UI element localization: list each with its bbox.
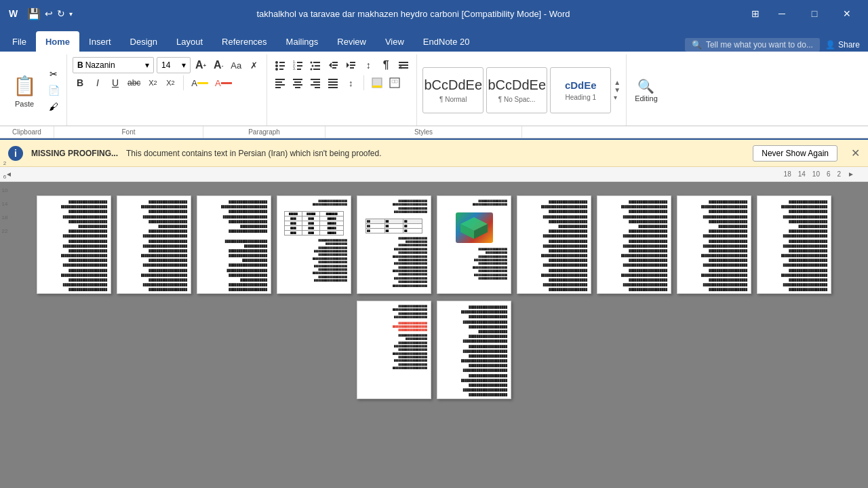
styles-more[interactable]: ▾	[614, 94, 620, 101]
page-7[interactable]: ████████████████████████████████████████…	[517, 195, 591, 294]
rtl-button[interactable]	[396, 57, 411, 73]
bullets-button[interactable]	[273, 57, 288, 73]
svg-rect-22	[332, 64, 338, 66]
paste-button[interactable]: 📋 Paste	[5, 70, 43, 111]
clear-formatting-button[interactable]: ✗	[246, 57, 261, 73]
tab-mailings[interactable]: Mailings	[277, 31, 328, 52]
pages-row-2: ████████████████████████████████████████…	[357, 301, 511, 399]
align-left-button[interactable]	[273, 75, 288, 91]
strikethrough-button[interactable]: abc	[125, 75, 142, 91]
svg-rect-26	[350, 64, 355, 66]
tab-endnote[interactable]: EndNote 20	[414, 31, 479, 52]
styles-scroll-down[interactable]: ▼	[614, 86, 620, 94]
redo-icon[interactable]: ↻	[57, 8, 65, 19]
ribbon-tabs: File Home Insert Design Layout Reference…	[0, 27, 868, 52]
page-8[interactable]: ████████████████████████████████████████…	[597, 195, 671, 294]
bold-button[interactable]: B	[73, 75, 87, 91]
page-1[interactable]: ████████████████████████████████████████…	[37, 195, 111, 294]
vertical-ruler: 2 6 10 14 18 22	[0, 182, 9, 238]
tab-layout[interactable]: Layout	[167, 31, 212, 52]
svg-rect-11	[297, 65, 302, 67]
tab-design[interactable]: Design	[121, 31, 167, 52]
decrease-indent-button[interactable]	[326, 57, 340, 73]
ruler-num-14: 14	[798, 170, 806, 178]
numbering-button[interactable]: 1.2.3.	[290, 57, 305, 73]
page-12[interactable]: ████████████████████████████████████████…	[437, 301, 511, 399]
svg-rect-23	[332, 67, 336, 69]
align-center-button[interactable]	[290, 75, 305, 91]
style-heading1[interactable]: cDdEe Heading 1	[550, 67, 611, 113]
tab-file[interactable]: File	[3, 31, 36, 52]
superscript-button[interactable]: X2	[163, 75, 178, 91]
svg-point-4	[275, 64, 278, 67]
page-10[interactable]: ████████████████████████████████████████…	[757, 195, 831, 294]
cut-button[interactable]: ✂	[46, 67, 61, 81]
svg-rect-36	[293, 79, 302, 80]
tab-references[interactable]: References	[212, 31, 276, 52]
text-highlight-button[interactable]: A	[189, 75, 210, 91]
subscript-button[interactable]: X2	[145, 75, 160, 91]
style-normal-preview: bCcDdEe	[424, 77, 482, 93]
search-box[interactable]: 🔍 Tell me what you want to do...	[685, 38, 820, 52]
shrink-font-button[interactable]: A-	[211, 57, 226, 73]
justify-button[interactable]	[326, 75, 340, 91]
maximize-button[interactable]: □	[799, 3, 830, 24]
info-close-button[interactable]: ✕	[851, 147, 860, 159]
page-3[interactable]: ████████████████████████████████████████…	[197, 195, 271, 294]
svg-rect-43	[315, 87, 320, 88]
underline-button[interactable]: U	[108, 75, 123, 91]
svg-rect-46	[328, 84, 338, 86]
tab-review[interactable]: Review	[328, 31, 376, 52]
borders-button[interactable]	[387, 75, 402, 91]
change-case-button[interactable]: Aa	[229, 57, 243, 73]
italic-button[interactable]: I	[90, 75, 105, 91]
page-6[interactable]: ████████████████████████████████████████…	[437, 195, 511, 294]
save-icon[interactable]: 💾	[27, 7, 41, 20]
line-spacing-button[interactable]: ↕	[343, 75, 358, 91]
style-no-spacing[interactable]: bCcDdEe ¶ No Spac...	[486, 67, 547, 113]
tab-insert[interactable]: Insert	[79, 31, 121, 52]
ruler-v-10: 10	[2, 183, 8, 197]
minimize-button[interactable]: ─	[766, 3, 797, 24]
page-2[interactable]: ████████████████████████████████████████…	[117, 195, 191, 294]
title-bar: W 💾 ↩ ↻ ▾ takhalkhol va taravae dar makh…	[0, 0, 868, 27]
align-right-button[interactable]	[308, 75, 323, 91]
font-name-dropdown[interactable]: B Nazanin ▾	[73, 57, 154, 73]
never-show-again-button[interactable]: Never Show Again	[753, 145, 837, 162]
svg-rect-15	[313, 62, 320, 63]
multilevel-list-button[interactable]	[308, 57, 323, 73]
ruler-right-arrow[interactable]: ►	[848, 170, 854, 178]
font-size-dropdown[interactable]: 14 ▾	[157, 57, 191, 73]
tab-view[interactable]: View	[376, 31, 414, 52]
clipboard-label: Clipboard	[0, 126, 54, 138]
share-button[interactable]: 👤 Share	[825, 40, 860, 50]
font-color-button[interactable]: A	[213, 75, 234, 91]
document-area[interactable]: 2 6 10 14 18 22 ████████████████████████…	[0, 182, 868, 488]
increase-indent-button[interactable]	[343, 57, 358, 73]
undo-icon[interactable]: ↩	[45, 8, 53, 19]
grow-font-button[interactable]: A+	[193, 57, 208, 73]
page-11[interactable]: ████████████████████████████████████████…	[357, 301, 431, 399]
ruler-num-18: 18	[784, 170, 791, 178]
styles-scroll-up[interactable]: ▲	[614, 79, 620, 86]
copy-button[interactable]: 📄	[46, 83, 61, 98]
svg-rect-35	[275, 87, 281, 88]
style-normal[interactable]: bCcDdEe ¶ Normal	[422, 67, 484, 113]
quick-access-dropdown[interactable]: ▾	[69, 10, 73, 18]
page-5[interactable]: ████████████████████████████████████████…	[357, 195, 431, 294]
svg-rect-33	[275, 81, 282, 83]
format-painter-button[interactable]: 🖌	[46, 99, 61, 114]
sort-button[interactable]: ↕	[361, 57, 376, 73]
page-9[interactable]: ████████████████████████████████████████…	[677, 195, 751, 294]
page-4[interactable]: ████████████████████████████████████████…	[277, 195, 351, 294]
close-button[interactable]: ✕	[831, 3, 863, 24]
document-title: takhalkhol va taravae dar makhazen heydr…	[81, 9, 746, 19]
svg-rect-25	[350, 62, 355, 63]
shading-button[interactable]	[370, 75, 384, 91]
tab-home[interactable]: Home	[36, 31, 79, 52]
ruler-v-14: 14	[2, 197, 8, 210]
styles-label: Styles	[326, 126, 522, 138]
editing-button[interactable]: 🔍 Editing	[632, 75, 660, 105]
info-bar: i MISSING PROOFING... This document cont…	[0, 140, 868, 167]
show-marks-button[interactable]: ¶	[378, 57, 393, 73]
